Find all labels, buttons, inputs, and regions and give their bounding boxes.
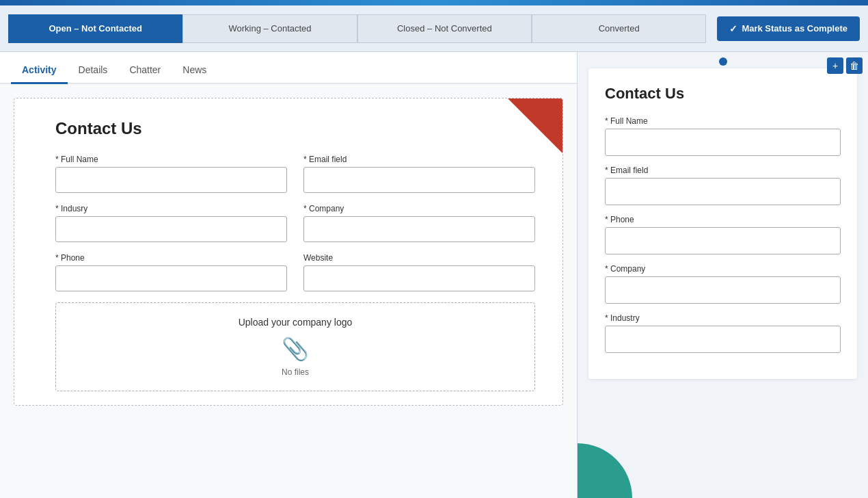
tab-news[interactable]: News [172,57,217,84]
right-field-full-name: * Full Name [605,116,841,156]
status-step-label: Working – Contacted [228,23,311,34]
right-full-name-input[interactable] [605,129,841,156]
company-label: * Company [303,204,535,213]
industry-input[interactable] [55,216,287,242]
right-full-name-label: * Full Name [605,116,841,126]
contact-us-title: Contact Us [55,119,535,138]
upload-title: Upload your company logo [70,317,521,328]
tab-details[interactable]: Details [68,57,119,84]
tab-chatter[interactable]: Chatter [118,57,172,84]
status-step-label: Open – Not Contacted [49,23,142,34]
form-field-company: * Company [303,204,535,242]
form-field-phone: * Phone [55,253,287,291]
tab-bar: Activity Details Chatter News [0,52,577,84]
phone-label: * Phone [55,253,287,263]
right-corner-accent [578,443,632,498]
right-field-phone: * Phone [605,215,841,254]
right-panel: + 🗑 Contact Us * Full Name * Email field… [578,52,868,498]
attachment-icon: 📎 [70,336,521,362]
email-label: * Email field [303,155,535,164]
right-industry-label: * Industry [605,313,841,323]
left-form-container: Contact Us * Full Name * Email field * I… [0,84,577,498]
mark-complete-button[interactable]: ✓ Mark Status as Complete [717,16,860,41]
left-panel: Activity Details Chatter News Contact Us… [0,52,578,498]
form-field-website: Website [303,253,535,291]
corner-triangle [508,99,562,153]
full-name-label: * Full Name [55,155,287,164]
status-step-label: Closed – Not Converted [397,23,492,34]
add-panel-button[interactable]: + [827,57,843,74]
checkmark-icon: ✓ [729,23,737,34]
status-step-closed[interactable]: Closed – Not Converted [357,14,532,43]
contact-us-card: Contact Us * Full Name * Email field * I… [14,98,563,406]
status-step-label: Converted [599,23,640,34]
status-step-open[interactable]: Open – Not Contacted [8,14,182,43]
trash-icon: 🗑 [850,60,859,71]
right-field-company: * Company [605,264,841,304]
no-files-label: No files [70,367,521,377]
right-form-card: Contact Us * Full Name * Email field * P… [588,68,857,379]
email-input[interactable] [303,167,535,193]
plus-icon: + [832,60,838,71]
right-panel-controls: + 🗑 [827,57,863,74]
mark-complete-label: Mark Status as Complete [742,23,847,34]
status-step-converted[interactable]: Converted [532,14,706,43]
delete-panel-button[interactable]: 🗑 [846,57,863,74]
right-phone-label: * Phone [605,215,841,224]
company-input[interactable] [303,216,535,242]
upload-area[interactable]: Upload your company logo 📎 No files [55,302,535,391]
right-phone-input[interactable] [605,227,841,254]
right-industry-input[interactable] [605,326,841,353]
status-step-working[interactable]: Working – Contacted [182,14,357,43]
right-form-title: Contact Us [605,85,841,103]
website-input[interactable] [303,265,535,291]
right-field-email: * Email field [605,166,841,205]
industry-label: * Indusry [55,204,287,213]
phone-input[interactable] [55,265,287,291]
right-company-label: * Company [605,264,841,274]
top-banner [0,0,868,5]
form-field-industry: * Indusry [55,204,287,242]
full-name-input[interactable] [55,167,287,193]
form-field-email: * Email field [303,155,535,193]
right-panel-dot [719,57,727,66]
right-email-input[interactable] [605,178,841,205]
form-field-full-name: * Full Name [55,155,287,193]
right-company-input[interactable] [605,276,841,304]
website-label: Website [303,253,535,263]
status-bar: Open – Not Contacted Working – Contacted… [0,5,868,52]
right-email-label: * Email field [605,166,841,175]
form-grid: * Full Name * Email field * Indusry * Co… [55,155,535,291]
tab-activity[interactable]: Activity [11,57,68,84]
main-content: Activity Details Chatter News Contact Us… [0,52,868,498]
right-field-industry: * Industry [605,313,841,353]
